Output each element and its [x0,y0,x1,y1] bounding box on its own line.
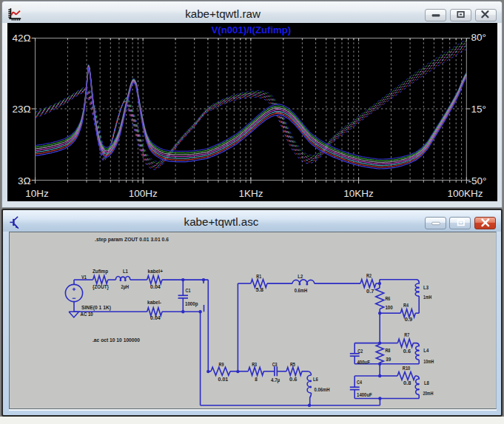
svg-text:3Ω: 3Ω [18,175,31,186]
svg-text:42Ω: 42Ω [12,33,30,44]
svg-text:AC 10: AC 10 [81,311,94,317]
svg-text:10KHz: 10KHz [343,188,374,199]
svg-text:R4: R4 [403,302,409,309]
svg-text:0.6: 0.6 [403,348,411,354]
svg-text:0.04: 0.04 [150,283,161,290]
svg-text:1400uF: 1400uF [357,391,372,398]
svg-text:kabel-: kabel- [147,299,161,306]
svg-text:R6: R6 [385,295,390,302]
svg-text:C4: C4 [357,379,362,386]
svg-text:4.7µ: 4.7µ [271,377,280,383]
svg-text:R2: R2 [366,272,372,279]
svg-text:100: 100 [385,304,393,311]
svg-text:C1: C1 [186,287,191,294]
svg-text:8: 8 [255,376,258,383]
svg-text:L2: L2 [298,273,303,280]
svg-text:10Hz: 10Hz [25,188,49,199]
svg-text:L1: L1 [123,268,128,275]
svg-text:R9: R9 [219,361,224,368]
svg-text:C2: C2 [357,348,363,354]
svg-text:20mH: 20mH [423,390,433,397]
svg-text:L8: L8 [424,380,429,386]
svg-text:0.6mH: 0.6mH [295,287,308,294]
svg-text:39: 39 [386,356,391,363]
svg-text:23Ω: 23Ω [12,104,30,115]
svg-text:V1: V1 [81,274,87,280]
svg-text:R10: R10 [403,365,411,371]
svg-text:0.06mH: 0.06mH [315,386,330,393]
svg-text:{ZOUT}: {ZOUT} [93,283,109,290]
svg-text:0.01: 0.01 [218,376,229,383]
svg-text:0.04: 0.04 [150,314,161,321]
svg-text:100Hz: 100Hz [129,188,158,199]
svg-text:kabel+: kabel+ [148,268,164,275]
svg-text:2µH: 2µH [121,283,130,290]
svg-text:L6: L6 [313,376,318,383]
svg-text:.ac oct 10 10 100000: .ac oct 10 10 100000 [93,337,140,343]
svg-text:15°: 15° [471,104,486,115]
svg-text:0.8: 0.8 [403,380,411,386]
svg-text:SINE(0 1 1K): SINE(0 1 1K) [81,304,111,311]
svg-text:-50°: -50° [468,175,487,186]
svg-text:R3: R3 [252,361,257,368]
svg-text:Zufimp: Zufimp [93,268,108,275]
svg-text:5.8: 5.8 [256,286,264,293]
svg-text:0.6: 0.6 [289,376,298,383]
svg-text:C3: C3 [272,361,278,368]
svg-text:R5: R5 [290,361,295,368]
svg-text:V(n001)/I(Zufimp): V(n001)/I(Zufimp) [212,24,292,36]
svg-text:L3: L3 [423,284,429,291]
svg-text:1000p: 1000p [185,300,198,307]
svg-text:R1: R1 [256,273,261,280]
svg-text:0.7: 0.7 [366,288,374,295]
svg-text:L4: L4 [423,347,429,354]
svg-text:R7: R7 [404,332,409,338]
svg-text:1KHz: 1KHz [238,188,263,199]
svg-text:R8: R8 [385,347,390,354]
svg-text:80°: 80° [471,32,486,43]
svg-text:1mH: 1mH [423,294,431,300]
svg-text:400uF: 400uF [357,359,370,366]
svg-text:100KHz: 100KHz [447,188,483,199]
svg-text:.step param ZOUT 0.01 3.01 0.6: .step param ZOUT 0.01 3.01 0.6 [95,236,169,243]
svg-text:0.9: 0.9 [405,316,413,323]
svg-text:10mH: 10mH [423,358,434,365]
